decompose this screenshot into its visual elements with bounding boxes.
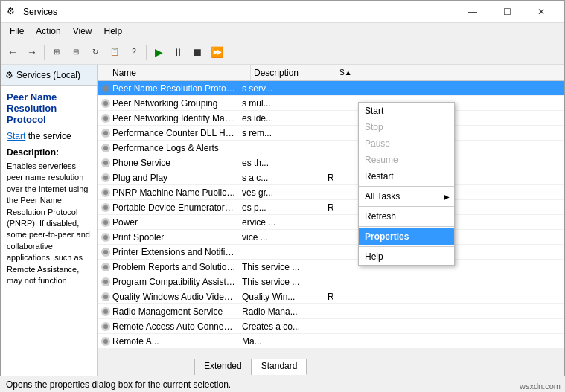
ctx-refresh[interactable]: Refresh xyxy=(359,208,454,225)
menu-view[interactable]: View xyxy=(67,25,98,38)
td-status: R xyxy=(325,291,345,303)
td-name: Remote Access Auto Connection Manager xyxy=(98,321,239,332)
col-header-name[interactable]: Name xyxy=(109,65,251,80)
table-body: Peer Name Resolution Protocol s serv... … xyxy=(98,81,564,349)
ctx-stop[interactable]: Stop xyxy=(359,119,454,135)
maximize-button[interactable]: ☐ xyxy=(490,1,524,23)
left-panel-header: ⚙ Services (Local) xyxy=(1,65,97,86)
table-row[interactable]: Remote Access Auto Connection Manager Cr… xyxy=(98,319,564,334)
td-status xyxy=(325,341,345,342)
table-row[interactable]: Performance Counter DLL Host s rem... xyxy=(98,126,564,141)
ctx-properties[interactable]: Properties xyxy=(359,228,454,245)
td-desc: This service ... xyxy=(239,261,325,273)
td-name: Print Spooler xyxy=(98,231,239,243)
restart-service-button[interactable]: ⏩ xyxy=(208,43,226,61)
td-status xyxy=(325,118,345,119)
ctx-resume[interactable]: Resume xyxy=(359,152,454,168)
minimize-button[interactable]: — xyxy=(456,1,490,23)
row-service-icon xyxy=(100,232,111,242)
table-row[interactable]: Problem Reports and Solutions Control Pa… xyxy=(98,260,564,274)
left-header-text: Services (Local) xyxy=(16,70,80,80)
td-desc: s serv... xyxy=(239,83,325,94)
service-description: Enables serverless peer name resolution … xyxy=(7,161,91,286)
row-service-icon xyxy=(100,217,111,228)
svg-point-1 xyxy=(103,86,108,91)
left-panel: ⚙ Services (Local) Peer Name Resolution … xyxy=(1,65,98,391)
td-status xyxy=(325,103,345,104)
table-row[interactable]: Portable Device Enumerator Servi... es p… xyxy=(98,200,564,215)
td-name: Peer Name Resolution Protocol xyxy=(98,83,239,94)
ctx-restart[interactable]: Restart xyxy=(359,168,454,184)
start-service-link[interactable]: Start xyxy=(7,131,25,141)
td-name: Plug and Play xyxy=(98,172,239,184)
row-service-icon xyxy=(100,292,111,302)
table-row[interactable]: Power ervice ... xyxy=(98,215,564,230)
col-header-desc[interactable]: Description xyxy=(251,65,336,80)
forward-button[interactable]: → xyxy=(23,43,41,61)
row-service-icon xyxy=(100,321,111,332)
col-header-status[interactable]: S▲ xyxy=(336,65,357,80)
tab-standard[interactable]: Standard xyxy=(252,359,307,375)
tab-extended[interactable]: Extended xyxy=(194,359,252,375)
row-service-icon xyxy=(100,247,111,257)
table-row[interactable]: Peer Networking Grouping s mul... xyxy=(98,96,564,111)
tb-btn-help[interactable]: ? xyxy=(125,43,143,61)
td-desc: es th... xyxy=(239,157,325,169)
ctx-pause[interactable]: Pause xyxy=(359,135,454,152)
td-status xyxy=(325,251,345,253)
td-desc: es p... xyxy=(239,202,325,213)
menu-action[interactable]: Action xyxy=(30,25,66,38)
status-text: Opens the properties dialog box for the … xyxy=(6,379,231,390)
td-desc: Quality Win... xyxy=(239,291,325,303)
stop-service-button[interactable]: ⏹ xyxy=(188,43,206,61)
table-row[interactable]: Peer Name Resolution Protocol s serv... xyxy=(98,81,564,96)
table-row[interactable]: Print Spooler vice ... xyxy=(98,230,564,245)
td-status xyxy=(325,147,345,149)
tb-btn-view2[interactable]: ⊟ xyxy=(67,43,85,61)
td-status xyxy=(325,266,345,268)
ctx-sep-3 xyxy=(359,226,454,227)
table-row[interactable]: Program Compatibility Assistant Service … xyxy=(98,274,564,289)
watermark: wsxdn.com xyxy=(520,382,561,391)
context-menu: Start Stop Pause Resume Restart All Task… xyxy=(358,102,455,266)
td-desc: es ide... xyxy=(239,112,325,124)
row-service-icon xyxy=(100,173,111,183)
row-service-icon xyxy=(100,143,111,153)
table-row[interactable]: Performance Logs & Alerts xyxy=(98,141,564,155)
close-button[interactable]: ✕ xyxy=(524,1,558,23)
td-status xyxy=(325,162,345,164)
td-name: Remote A... xyxy=(98,335,239,347)
ctx-help[interactable]: Help xyxy=(359,248,454,265)
svg-point-31 xyxy=(103,309,108,314)
td-desc: vice ... xyxy=(239,231,325,243)
svg-point-33 xyxy=(103,324,108,329)
table-row[interactable]: Remote A... Ma... xyxy=(98,334,564,349)
tb-btn-view1[interactable]: ⊞ xyxy=(48,43,66,61)
row-service-icon xyxy=(100,336,111,347)
ctx-sep-1 xyxy=(359,186,454,187)
pause-service-button[interactable]: ⏸ xyxy=(169,43,187,61)
table-row[interactable]: PNRP Machine Name Publication... ves gr.… xyxy=(98,185,564,200)
td-name: PNRP Machine Name Publication... xyxy=(98,187,239,199)
ctx-start[interactable]: Start xyxy=(359,103,454,119)
table-row[interactable]: Radio Management Service Radio Mana... xyxy=(98,304,564,319)
status-tabs: Extended Standard xyxy=(194,359,307,375)
row-service-icon xyxy=(100,113,111,123)
table-row[interactable]: Plug and Play s a c... R xyxy=(98,170,564,185)
start-service-button[interactable]: ▶ xyxy=(150,43,167,61)
td-status: R xyxy=(325,172,345,184)
row-service-icon xyxy=(100,306,111,317)
menu-help[interactable]: Help xyxy=(98,25,129,38)
table-row[interactable]: Phone Service es th... xyxy=(98,155,564,170)
table-row[interactable]: Peer Networking Identity Manage... es id… xyxy=(98,111,564,126)
ctx-all-tasks[interactable]: All Tasks ▶ xyxy=(359,188,454,205)
service-name: Peer Name Resolution Protocol xyxy=(7,91,91,125)
menu-file[interactable]: File xyxy=(4,25,30,38)
tb-btn-refresh[interactable]: ↻ xyxy=(86,43,104,61)
tb-btn-export[interactable]: 📋 xyxy=(106,43,124,61)
title-text: Services xyxy=(23,7,57,17)
table-row[interactable]: Quality Windows Audio Video Experience Q… xyxy=(98,289,564,304)
table-row[interactable]: Printer Extensions and Notificatio... xyxy=(98,245,564,260)
back-button[interactable]: ← xyxy=(4,43,22,61)
td-desc: s mul... xyxy=(239,97,325,109)
